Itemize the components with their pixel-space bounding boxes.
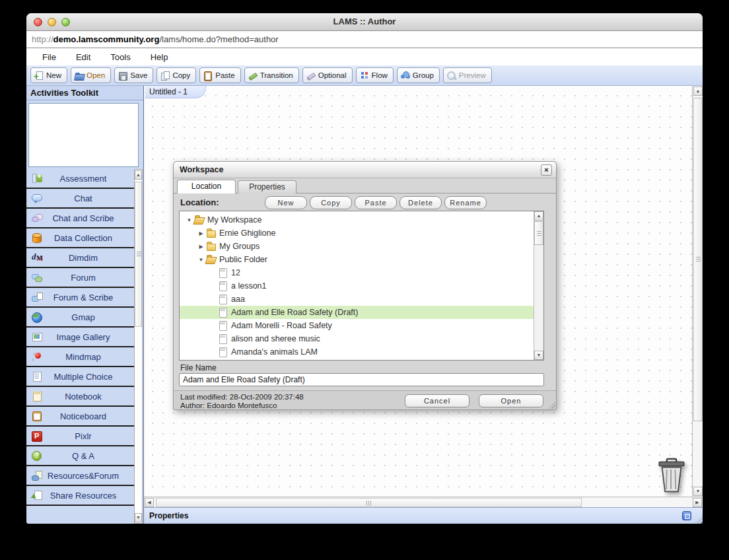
scroll-up-arrow-icon[interactable]: ▲ <box>534 211 543 221</box>
new-button[interactable]: New <box>30 67 67 83</box>
menu-tools[interactable]: Tools <box>110 52 130 62</box>
tool-gmap[interactable]: Gmap <box>26 308 134 328</box>
tree-item-adam-and-elle-road-safety[interactable]: Adam and Elle Road Safety (Draft) <box>180 306 534 319</box>
optional-button[interactable]: Optional <box>302 67 353 83</box>
tree-item-alison-and-sheree-music[interactable]: alison and sheree music <box>180 332 534 345</box>
close-icon[interactable]: × <box>541 164 552 176</box>
zoom-window-button[interactable] <box>61 18 70 26</box>
toolbar-button-label: Paste <box>215 71 234 79</box>
save-button[interactable]: Save <box>114 67 153 83</box>
workspace-delete-button[interactable]: Delete <box>399 196 442 209</box>
disclosure-triangle-icon[interactable]: ▶ <box>197 244 205 250</box>
tool-forum-and-scribe[interactable]: Forum & Scribe <box>26 288 134 308</box>
tool-pixlr[interactable]: Pixlr <box>26 427 134 446</box>
tool-multiple-choice[interactable]: Multiple Choice <box>26 367 134 387</box>
toolbar-button-label: Optional <box>318 71 347 79</box>
scroll-left-arrow-icon[interactable]: ◀ <box>145 498 154 507</box>
toolbar: New Open Save Copy Paste <box>26 65 703 86</box>
design-tab[interactable]: Untitled - 1 <box>145 86 206 98</box>
menu-edit[interactable]: Edit <box>76 52 90 62</box>
scroll-down-arrow-icon[interactable]: ▼ <box>135 513 142 522</box>
tree-item-a-lesson1[interactable]: a lesson1 <box>180 279 534 293</box>
preview-button[interactable]: Preview <box>443 67 492 83</box>
noticeboard-icon <box>31 411 43 421</box>
group-button[interactable]: Group <box>397 67 440 83</box>
tool-resources-forum[interactable]: Resources&Forum <box>26 466 134 486</box>
tool-chat-and-scribe[interactable]: Chat and Scribe <box>26 209 134 228</box>
tree-label: Adam and Elle Road Safety (Draft) <box>231 308 358 317</box>
tree-label: My Workspace <box>207 215 261 225</box>
flow-button[interactable]: Flow <box>356 67 394 83</box>
tool-noticeboard[interactable]: Noticeboard <box>26 407 134 427</box>
toolbar-button-label: Group <box>413 71 434 79</box>
disclosure-triangle-icon[interactable]: ▶ <box>197 230 205 236</box>
tool-forum[interactable]: Forum <box>26 268 134 288</box>
copy-button[interactable]: Copy <box>156 67 196 83</box>
disclosure-triangle-icon[interactable]: ▼ <box>197 257 205 263</box>
document-icon <box>217 321 228 330</box>
url-bar[interactable]: http://demo.lamscommunity.org/lams/home.… <box>26 31 703 48</box>
scrollbar-thumb[interactable] <box>534 221 543 245</box>
scrollbar-thumb[interactable] <box>156 498 582 507</box>
tool-assessment[interactable]: Assessment <box>26 169 134 189</box>
new-icon <box>34 71 44 81</box>
scroll-down-arrow-icon[interactable]: ▼ <box>534 351 543 360</box>
tool-notebook[interactable]: Notebook <box>26 387 134 407</box>
transition-button[interactable]: Transition <box>244 67 299 83</box>
tool-data-collection[interactable]: Data Collection <box>26 228 134 248</box>
open-button[interactable]: Open <box>479 394 543 407</box>
properties-panel-bar[interactable]: Properties <box>144 507 703 524</box>
tool-image-gallery[interactable]: Image Gallery <box>26 328 134 347</box>
tool-share-resources[interactable]: Share Resources <box>26 486 134 506</box>
paste-button[interactable]: Paste <box>199 67 240 83</box>
tree-item-adam-morelli-road-safety[interactable]: Adam Morelli - Road Safety <box>180 319 534 332</box>
disclosure-triangle-icon[interactable]: ▼ <box>185 217 193 223</box>
tree-label: My Groups <box>219 242 260 251</box>
tree-item-my-workspace[interactable]: ▼ My Workspace <box>180 213 534 227</box>
file-name-input[interactable] <box>179 373 544 386</box>
tool-dimdim[interactable]: Dimdim <box>26 248 134 268</box>
tree-item-public-folder[interactable]: ▼ Public Folder <box>180 253 534 266</box>
scroll-right-arrow-icon[interactable]: ▶ <box>693 498 702 507</box>
tab-properties[interactable]: Properties <box>238 180 296 193</box>
workspace-paste-button[interactable]: Paste <box>355 196 397 209</box>
tool-chat[interactable]: Chat <box>26 189 134 209</box>
tree-item-amandas-animals-lam[interactable]: Amanda's animals LAM <box>180 345 534 359</box>
scrollbar-thumb[interactable] <box>135 182 142 327</box>
workspace-new-button[interactable]: New <box>265 196 307 209</box>
tree-item-my-groups[interactable]: ▶ My Groups <box>180 240 534 253</box>
tool-mindmap[interactable]: Mindmap <box>26 347 134 367</box>
canvas-horizontal-scrollbar[interactable]: ◀ ▶ <box>144 497 703 507</box>
dialog-resize-grip[interactable] <box>547 400 555 409</box>
window-titlebar[interactable]: LAMS :: Author <box>26 13 703 31</box>
folder-closed-icon <box>205 242 217 251</box>
menu-help[interactable]: Help <box>151 52 168 62</box>
authoring-canvas[interactable]: Untitled - 1 Workspace × LocationPropert… <box>144 86 692 497</box>
tree-item-ernie-ghiglione[interactable]: ▶ Ernie Ghiglione <box>180 227 534 240</box>
workspace-copy-button[interactable]: Copy <box>310 196 352 209</box>
tool-q-and-a[interactable]: Q & A <box>26 446 134 466</box>
tree-item-12[interactable]: 12 <box>180 266 534 279</box>
expand-panel-icon[interactable] <box>682 511 691 520</box>
tab-location[interactable]: Location <box>177 180 236 193</box>
workspace-rename-button[interactable]: Rename <box>444 196 487 209</box>
scrollbar-thumb[interactable] <box>693 98 703 421</box>
scroll-down-arrow-icon[interactable]: ▼ <box>693 487 703 496</box>
scroll-up-arrow-icon[interactable]: ▲ <box>693 87 703 96</box>
pixlr-icon <box>31 431 43 441</box>
tree-item-aaa[interactable]: aaa <box>180 293 534 306</box>
tree-scrollbar[interactable]: ▲ ▼ <box>534 211 543 360</box>
menu-file[interactable]: File <box>42 52 56 62</box>
close-window-button[interactable] <box>34 18 42 26</box>
scroll-up-arrow-icon[interactable]: ▲ <box>135 170 142 180</box>
sidebar-scrollbar[interactable]: ▲ ▼ <box>134 169 143 524</box>
open-button[interactable]: Open <box>71 67 111 83</box>
dialog-action-buttons: NewCopyPasteDeleteRename <box>265 196 487 209</box>
trash-icon[interactable] <box>654 457 689 495</box>
minimize-window-button[interactable] <box>48 18 56 26</box>
dialog-titlebar[interactable]: Workspace × <box>174 162 556 178</box>
canvas-vertical-scrollbar[interactable]: ▲ ▼ <box>692 86 703 497</box>
cancel-button[interactable]: Cancel <box>405 394 469 407</box>
last-modified-text: Last modified: 28-Oct-2009 20:37:48 <box>180 393 304 401</box>
toolbar-button-label: Transition <box>260 71 293 79</box>
